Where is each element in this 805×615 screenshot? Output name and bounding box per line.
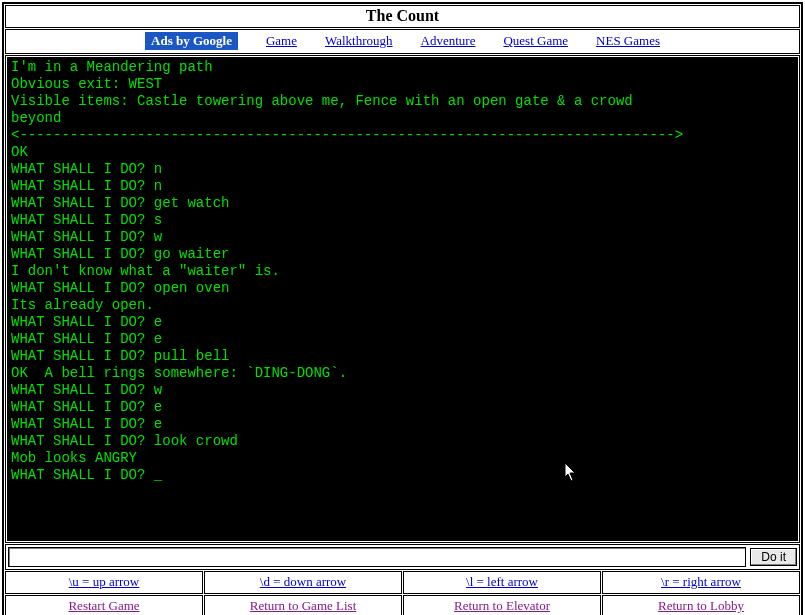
hint-row-nav: Restart Game Return to Game List Return … — [5, 595, 800, 615]
hint-right-arrow[interactable]: \r = right arrow — [661, 574, 741, 589]
hint-row-arrows: \u = up arrow \d = down arrow \l = left … — [5, 571, 800, 594]
nav-link-nes-games[interactable]: NES Games — [596, 33, 660, 48]
terminal-output: I'm in a Meandering path Obvious exit: W… — [7, 57, 798, 541]
top-nav: Ads by GoogleGameWalkthroughAdventureQue… — [5, 29, 800, 54]
command-row: Do it — [5, 544, 800, 570]
link-return-game-list[interactable]: Return to Game List — [250, 598, 357, 613]
link-return-elevator[interactable]: Return to Elevator — [454, 598, 550, 613]
hint-down-arrow[interactable]: \d = down arrow — [260, 574, 346, 589]
command-input[interactable] — [8, 547, 746, 567]
link-return-lobby[interactable]: Return to Lobby — [658, 598, 744, 613]
nav-link-game[interactable]: Game — [266, 33, 297, 48]
app-frame: The Count Ads by GoogleGameWalkthroughAd… — [2, 2, 803, 615]
page-title: The Count — [5, 5, 800, 28]
nav-link-adventure[interactable]: Adventure — [421, 33, 476, 48]
nav-link-walkthrough[interactable]: Walkthrough — [325, 33, 393, 48]
terminal-container: I'm in a Meandering path Obvious exit: W… — [5, 55, 800, 543]
hint-up-arrow[interactable]: \u = up arrow — [69, 574, 140, 589]
nav-link-quest-game[interactable]: Quest Game — [503, 33, 568, 48]
do-it-button[interactable]: Do it — [750, 548, 797, 566]
link-restart-game[interactable]: Restart Game — [68, 598, 139, 613]
mouse-cursor-icon — [565, 463, 577, 482]
ads-by-google-badge[interactable]: Ads by Google — [145, 32, 238, 50]
hint-left-arrow[interactable]: \l = left arrow — [466, 574, 538, 589]
